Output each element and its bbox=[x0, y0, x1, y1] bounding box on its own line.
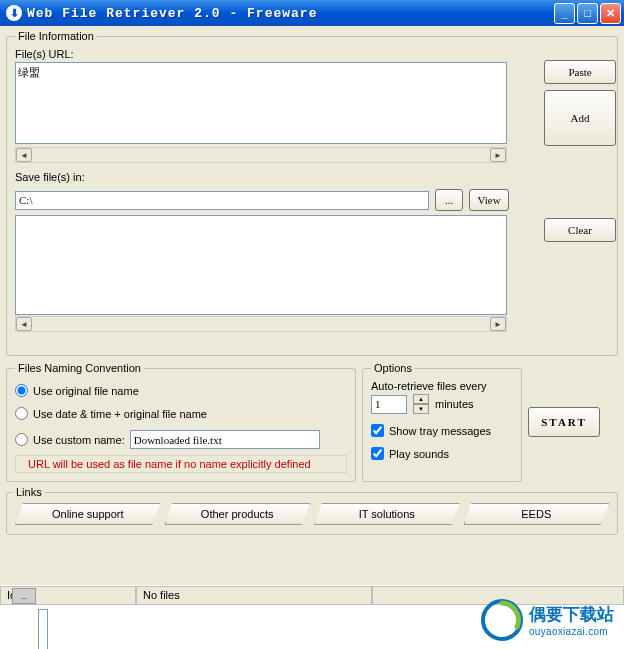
paste-button[interactable]: Paste bbox=[544, 60, 616, 84]
radio-datetime-name[interactable] bbox=[15, 407, 28, 420]
radio-custom-name[interactable] bbox=[15, 433, 28, 446]
file-list[interactable] bbox=[15, 215, 507, 315]
spin-down-icon[interactable]: ▼ bbox=[413, 404, 429, 414]
link-other-products[interactable]: Other products bbox=[165, 503, 311, 525]
watermark: 偶要下载站 ouyaoxiazai.com bbox=[481, 599, 614, 641]
watermark-cn: 偶要下载站 bbox=[529, 603, 614, 626]
list-scrollbar[interactable]: ◄ ► bbox=[15, 316, 507, 332]
links-legend: Links bbox=[13, 486, 45, 498]
scroll-left-icon[interactable]: ◄ bbox=[16, 148, 32, 162]
naming-note: URL will be used as file name if no name… bbox=[15, 455, 347, 473]
minutes-input[interactable] bbox=[371, 395, 407, 414]
radio-original-label: Use original file name bbox=[33, 385, 139, 397]
radio-datetime-label: Use date & time + original file name bbox=[33, 408, 207, 420]
custom-name-input[interactable] bbox=[130, 430, 320, 449]
file-information-group: File Information File(s) URL: ◄ ► Save f… bbox=[6, 30, 618, 356]
tray-label: Show tray messages bbox=[389, 425, 491, 437]
minimize-button[interactable]: _ bbox=[554, 3, 575, 24]
right-button-column: Paste Add Clear bbox=[544, 60, 616, 242]
view-button[interactable]: View bbox=[469, 189, 509, 211]
options-group: Options Auto-retrieve files every ▲ ▼ mi… bbox=[362, 362, 522, 482]
files-url-label: File(s) URL: bbox=[15, 48, 609, 60]
add-button[interactable]: Add bbox=[544, 90, 616, 146]
tray-checkbox[interactable] bbox=[371, 424, 384, 437]
url-scrollbar[interactable]: ◄ ► bbox=[15, 147, 507, 163]
background-list bbox=[38, 609, 48, 649]
app-icon: ⬇ bbox=[6, 5, 22, 21]
start-button[interactable]: START bbox=[528, 407, 600, 437]
watermark-en: ouyaoxiazai.com bbox=[529, 626, 614, 637]
titlebar: ⬇ Web File Retriever 2.0 - Freeware _ □ … bbox=[0, 0, 624, 26]
sounds-checkbox[interactable] bbox=[371, 447, 384, 460]
save-in-label: Save file(s) in: bbox=[15, 171, 609, 183]
scroll-left-icon[interactable]: ◄ bbox=[16, 317, 32, 331]
status-files: No files bbox=[136, 586, 372, 605]
naming-legend: Files Naming Convention bbox=[15, 362, 144, 374]
clear-button[interactable]: Clear bbox=[544, 218, 616, 242]
radio-custom-label: Use custom name: bbox=[33, 434, 125, 446]
file-info-legend: File Information bbox=[15, 30, 97, 42]
auto-retrieve-label: Auto-retrieve files every bbox=[371, 380, 513, 392]
close-button[interactable]: ✕ bbox=[600, 3, 621, 24]
client-area: File Information File(s) URL: ◄ ► Save f… bbox=[0, 26, 624, 585]
link-eeds[interactable]: EEDS bbox=[464, 503, 610, 525]
options-legend: Options bbox=[371, 362, 415, 374]
link-it-solutions[interactable]: IT solutions bbox=[314, 503, 460, 525]
save-path-input[interactable] bbox=[15, 191, 429, 210]
radio-original-name[interactable] bbox=[15, 384, 28, 397]
spin-up-icon[interactable]: ▲ bbox=[413, 394, 429, 404]
background-tab: .. bbox=[12, 588, 36, 604]
scroll-right-icon[interactable]: ► bbox=[490, 148, 506, 162]
watermark-logo-icon bbox=[481, 599, 523, 641]
sounds-label: Play sounds bbox=[389, 448, 449, 460]
browse-button[interactable]: ... bbox=[435, 189, 463, 211]
window-controls: _ □ ✕ bbox=[554, 3, 621, 24]
scroll-right-icon[interactable]: ► bbox=[490, 317, 506, 331]
link-online-support[interactable]: Online support bbox=[15, 503, 161, 525]
links-group: Links Online support Other products IT s… bbox=[6, 486, 618, 535]
minutes-label: minutes bbox=[435, 398, 474, 410]
maximize-button[interactable]: □ bbox=[577, 3, 598, 24]
minutes-spinner[interactable]: ▲ ▼ bbox=[413, 394, 429, 414]
window-title: Web File Retriever 2.0 - Freeware bbox=[27, 6, 554, 21]
files-url-input[interactable] bbox=[15, 62, 507, 144]
naming-convention-group: Files Naming Convention Use original fil… bbox=[6, 362, 356, 482]
